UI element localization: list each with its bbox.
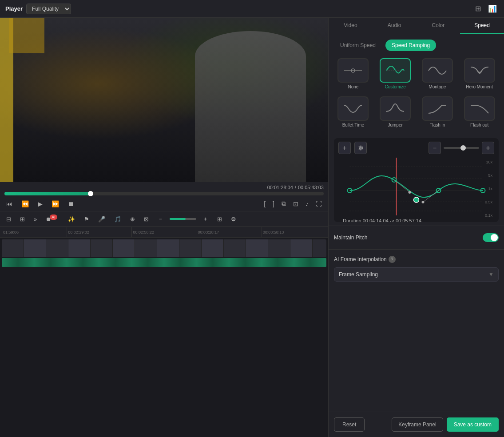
video-track-row: Speed Ramping [2,239,326,257]
curve-y-labels: 10x 5x 1x 0.5x 0.1x [485,160,492,218]
thumb-14 [290,239,313,257]
uniform-speed-tab[interactable]: Uniform Speed [334,40,382,51]
skip-back-button[interactable]: ⏮ [4,199,14,208]
reset-button[interactable]: Reset [334,417,365,432]
tab-audio[interactable]: Audio [373,18,417,34]
settings-cog-button[interactable]: ⚙ [228,214,239,224]
record-badge: AI [50,215,57,220]
split-button[interactable]: ⊟ [4,214,14,224]
audio-waveform [2,258,326,267]
flash-in-svg [426,101,448,117]
bracket-out-button[interactable]: ] [271,199,276,208]
video-preview [0,18,328,182]
mic-button[interactable]: 🎤 [95,214,108,224]
svg-point-15 [409,191,411,194]
quality-select[interactable]: Full Quality Half Quality [26,4,71,14]
grid-view-button[interactable]: ⊞ [473,3,483,15]
y-label-1x: 1x [485,187,492,191]
maintain-pitch-toggle[interactable] [483,233,499,242]
stop-button[interactable]: ⏹ [66,199,76,208]
progress-thumb[interactable] [88,191,93,196]
layout-button[interactable]: ⧉ [280,199,288,208]
bracket-in-button[interactable]: [ [262,199,267,208]
music-button[interactable]: 🎵 [111,214,124,224]
preset-none[interactable]: None [334,56,373,91]
keyframe-panel-button[interactable]: Keyframe Panel [392,417,443,432]
svg-point-17 [422,201,425,203]
thumb-1 [2,239,24,257]
total-time: 00:05:43:03 [298,185,324,190]
ai-frame-section: AI Frame Interpolation ? Frame Sampling … [329,249,504,288]
yellow-bar-top [9,18,44,53]
thumb-13 [268,239,290,257]
dropdown-arrow-icon: ▼ [488,271,494,278]
panel-tabs: Video Audio Color Speed [329,18,504,34]
track-thumbnails [2,239,326,257]
volume-fill [170,218,186,220]
zoom-out-button[interactable]: － [429,142,441,154]
caption-button[interactable]: ⊠ [141,214,151,224]
thumb-7 [135,239,157,257]
frame-mode-dropdown[interactable]: Frame Sampling ▼ [334,267,499,282]
screenshot-button[interactable]: ⊡ [291,199,300,208]
preset-montage-label: Montage [429,84,446,89]
audio-track [2,258,326,267]
ruler-tick-4: 00:03:28:17 [197,227,262,237]
zoom-track[interactable] [444,147,479,149]
y-label-5x: 5x [485,173,492,178]
left-panel: 00:01:28:04 / 00:05:43:03 ⏮ ⏪ ▶ ⏩ ⏹ [ ] … [0,18,329,437]
frame-forward-button[interactable]: ⏩ [50,199,61,208]
zoom-in-button[interactable]: ＋ [482,142,494,154]
thumb-11 [224,239,246,257]
preset-bullet-icon-box [337,96,369,121]
preset-jumper-icon-box [380,96,411,121]
progress-bar[interactable] [4,192,324,195]
group-button[interactable]: ⊞ [17,214,28,224]
customize-svg [384,63,406,79]
expand-button[interactable]: ⛶ [314,199,324,208]
preset-hero-label: Hero Moment [466,84,493,89]
preset-montage[interactable]: Montage [418,56,457,91]
effects-button[interactable]: ✨ [65,214,78,224]
play-button[interactable]: ▶ [36,199,44,208]
right-panel: Video Audio Color Speed Uniform Speed Sp… [329,18,504,437]
grid-lines-button[interactable]: ⊞ [214,214,225,224]
record-button[interactable]: ⏺AI [43,214,62,224]
sticker-button[interactable]: ⊕ [127,214,138,224]
audio-button[interactable]: ♪ [304,199,310,208]
preset-customize-label: Customize [385,84,406,89]
add-keyframe-button[interactable]: ＋ [338,142,351,154]
preset-flash-out-icon-box [464,96,495,121]
bullet-svg [342,101,364,117]
minus-button[interactable]: － [155,213,166,225]
forward-button[interactable]: » [31,214,40,224]
maintain-pitch-row: Maintain Pitch [334,230,499,245]
preset-jumper[interactable]: Jumper [376,95,415,129]
marker-button[interactable]: ⚑ [81,214,92,224]
ai-info-icon[interactable]: ? [389,256,396,263]
svg-point-11 [414,197,419,203]
chart-button[interactable]: 📊 [486,3,499,15]
frame-back-button[interactable]: ⏪ [20,199,31,208]
tab-video[interactable]: Video [329,18,373,34]
preset-hero-moment[interactable]: Hero Moment [460,56,499,91]
preset-bullet-time[interactable]: Bullet Time [334,95,373,129]
save-as-custom-button[interactable]: Save as custom [447,417,499,432]
y-label-10x: 10x [485,160,492,164]
ruler-tick-1: 01:59:06 [2,227,67,237]
tab-speed[interactable]: Speed [460,18,504,34]
preset-flash-out-label: Flash out [470,123,488,127]
volume-slider[interactable] [170,218,196,220]
tab-color[interactable]: Color [417,18,460,34]
main-content: 00:01:28:04 / 00:05:43:03 ⏮ ⏪ ▶ ⏩ ⏹ [ ] … [0,18,504,437]
preset-flash-out[interactable]: Flash out [460,95,499,129]
ruler-tick-2: 00:02:29:02 [67,227,131,237]
curve-duration: Duration:00:04:14:04 -> 00:05:57:14 [338,215,494,222]
preset-customize[interactable]: Customize [376,56,415,91]
bottom-buttons: Reset Keyframe Panel Save as custom [329,412,504,437]
preset-flash-in[interactable]: Flash in [418,95,457,129]
speed-ramping-tab[interactable]: Speed Ramping [385,40,436,51]
snowflake-button[interactable]: ❄ [354,142,367,154]
player-controls: 00:01:28:04 / 00:05:43:03 ⏮ ⏪ ▶ ⏩ ⏹ [ ] … [0,182,328,211]
plus-button[interactable]: ＋ [200,213,211,225]
